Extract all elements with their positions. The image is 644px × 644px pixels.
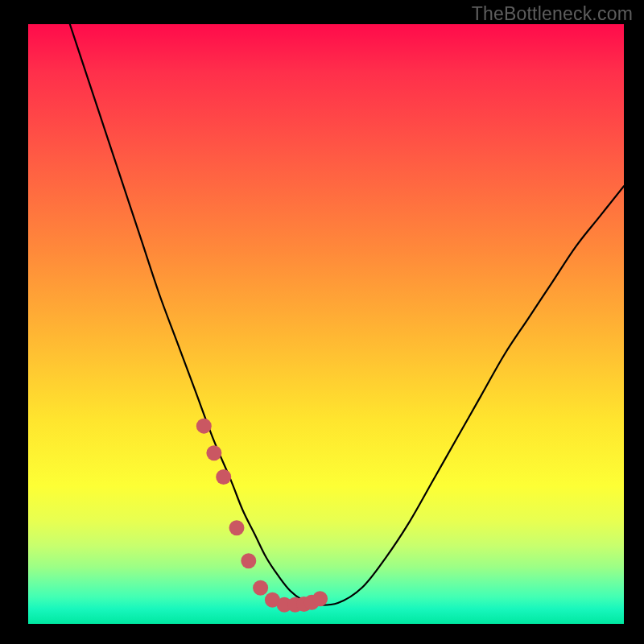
curve-markers	[196, 419, 328, 613]
bottleneck-curve	[70, 24, 624, 605]
curve-marker	[216, 469, 231, 485]
curve-marker	[253, 580, 268, 596]
plot-area	[28, 24, 624, 624]
curve-marker	[312, 591, 328, 606]
curve-marker	[241, 553, 256, 568]
chart-frame: TheBottleneck.com	[0, 0, 644, 644]
bottleneck-curve-svg	[28, 24, 624, 624]
curve-marker	[196, 419, 212, 434]
curve-marker	[229, 520, 245, 535]
watermark-text: TheBottleneck.com	[472, 3, 633, 25]
curve-marker	[206, 445, 221, 460]
